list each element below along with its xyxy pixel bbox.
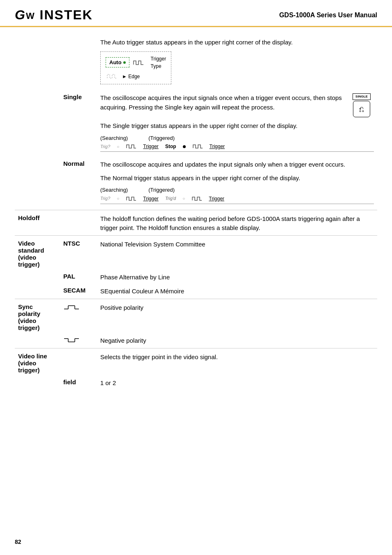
video-line-field-row: field 1 or 2 [15,376,377,390]
normal-label: Normal [63,160,85,167]
video-line-label2: (video trigger) [18,360,57,374]
normal-triggered-label: (Triggered) [148,186,175,194]
page-content: The Auto trigger status appears in the u… [0,27,392,398]
video-standard-key-ntsc: NTSC [60,235,97,270]
normal-trig-search-text: Trig? [100,195,110,202]
positive-polarity-value-cell: Positive polarity [97,299,377,334]
single-label1 [15,91,60,158]
auto-intro-content: The Auto trigger status appears in the u… [97,35,377,91]
single-row-content: The oscilloscope acquires the input sign… [100,93,374,117]
trigger-menu-trigger: Trigger [151,55,166,63]
negative-polarity-value-cell: Negative polarity [97,334,377,348]
single-content: The oscilloscope acquires the input sign… [97,91,377,158]
sync-polarity-row: Sync polarity (video trigger) Positive p… [15,299,377,334]
video-standard-label-area: Video standard (video trigger) [15,235,60,270]
stop-label: Stop [165,143,176,150]
trigger-menu-type: Type [151,63,166,70]
auto-waveform-svg [133,59,144,66]
trig-search-text: Trig? [100,143,110,150]
single-trig-diagram: (Searching) (Triggered) Trig? ○ Trigger [100,134,374,152]
auto-green-box: Auto [106,57,129,68]
pal-value: Phase Alternative by Line [100,274,170,281]
single-label2: Single [60,91,97,158]
page-header: GW INSTEK GDS-1000A Series User Manual [0,0,392,27]
video-standard-label1: Video standard [18,240,57,254]
normal-search-circle-icon: ○ [117,195,119,202]
triggered-waveform-svg [192,143,203,150]
single-label: Single [63,93,82,100]
single-status-text: The Single trigger status appears in the… [100,121,374,131]
normal-trig-status-bar: Trig? ○ Trigger Trig'd ○ [100,195,374,204]
video-line-description: Selects the trigger point in the video s… [100,353,218,360]
auto-row1: Auto Trigger Type [106,55,166,70]
ntsc-value: National Television System Committee [100,241,205,248]
pal-key-cell: PAL [60,270,97,285]
normal-description: The oscilloscope acquires and updates th… [100,160,374,170]
normal-trig-labels: (Searching) (Triggered) [100,186,374,194]
auto-intro-text: The Auto trigger status appears in the u… [100,38,374,47]
normal-triggered-circle-icon: ○ [182,195,185,202]
ntsc-key: NTSC [63,240,80,247]
normal-triggered-waveform-svg [191,195,202,202]
video-line-label-area: Video line (video trigger) [15,348,60,376]
logo-gw: GW [15,7,40,22]
auto-trigger-intro-row: The Auto trigger status appears in the u… [15,35,377,91]
video-line-field-value-cell: 1 or 2 [97,376,377,390]
single-trig-status-bar: Trig? ○ Trigger Stop [100,143,374,152]
single-trig-labels: (Searching) (Triggered) [100,134,374,142]
trigger-label-1: Trigger [143,143,159,150]
auto-green-dot [123,61,126,64]
pal-key: PAL [63,273,75,280]
holdoff-description: The holdoff function defines the waiting… [100,214,374,233]
auto-label1 [15,35,60,91]
trigger-menu: Trigger Type [151,55,166,70]
negative-polarity-symbol-cell [60,334,97,348]
trigger-label-2: Trigger [210,143,225,150]
search-circle-icon: ○ [117,144,119,150]
normal-trigger-label-2: Trigger [209,195,224,202]
secam-value: SEquential Couleur A Mémoire [100,288,184,295]
normal-trigger-label-1: Trigger [143,195,159,202]
video-line-description-cell: Selects the trigger point in the video s… [97,348,377,376]
single-button-label: SINGLE [353,93,371,100]
secam-value-cell: SEquential Couleur A Mémoire [97,284,377,299]
normal-searching-label: (Searching) [100,186,128,194]
normal-trig-diagram: (Searching) (Triggered) Trig? ○ Trigger [100,186,374,204]
video-standard-ntsc-value: National Television System Committee [97,235,377,270]
video-standard-pal-row: PAL Phase Alternative by Line [15,270,377,285]
page-number: 82 [15,539,21,545]
auto-bottom-waveform [106,72,118,80]
stop-dot-icon [183,145,186,148]
auto-trigger-diagram: Auto Trigger Type [100,51,171,85]
normal-label2: Normal [60,158,97,210]
single-button-area: SINGLE ⎌ [349,93,374,117]
auto-label2 [60,35,97,91]
normal-search-waveform-svg [126,195,136,202]
single-triggered-label: (Triggered) [148,134,175,142]
negative-polarity-value: Negative polarity [100,337,146,344]
search-waveform-svg [126,143,136,150]
sync-polarity-label1: Sync polarity [18,303,57,317]
video-standard-secam-row: SECAM SEquential Couleur A Mémoire [15,284,377,299]
video-line-label1: Video line [18,353,57,360]
normal-status-text: The Normal trigger status appears in the… [100,174,374,183]
negative-polarity-svg [63,336,80,344]
single-button-icon[interactable]: ⎌ [353,101,370,117]
secam-key: SECAM [63,287,85,294]
manual-title: GDS-1000A Series User Manual [279,7,377,19]
holdoff-content: The holdoff function defines the waiting… [97,210,377,235]
positive-polarity-value: Positive polarity [100,304,143,311]
normal-label1 [15,158,60,210]
edge-menu-item: ► Edge [122,72,140,81]
normal-row: Normal The oscilloscope acquires and upd… [15,158,377,210]
edge-label: ► Edge [122,74,140,79]
logo: GW INSTEK [15,7,93,23]
secam-key-cell: SECAM [60,284,97,299]
normal-trigdot-text: Trig'd [165,195,176,202]
positive-polarity-svg [63,303,80,311]
sync-polarity-label2: (video trigger) [18,317,57,331]
video-standard-row: Video standard (video trigger) NTSC Nati… [15,235,377,270]
video-line-field-value: 1 or 2 [100,379,116,386]
single-row: Single The oscilloscope acquires the inp… [15,91,377,158]
holdoff-row: Holdoff The holdoff function defines the… [15,210,377,235]
